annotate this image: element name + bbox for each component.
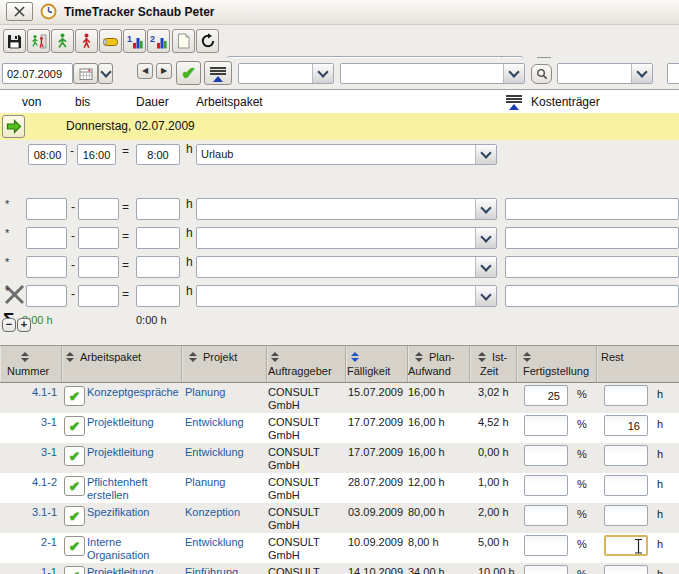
col-header-auftraggeber[interactable]: Auftraggeber: [267, 346, 346, 382]
arbeitspaket-combobox-new[interactable]: [196, 198, 497, 220]
rest-input[interactable]: [604, 475, 648, 496]
dropdown-button[interactable]: [312, 64, 333, 83]
calendar-button[interactable]: [73, 63, 98, 84]
fertigstellung-input[interactable]: [524, 385, 568, 406]
sort-icon[interactable]: [21, 352, 30, 362]
refresh-button[interactable]: [196, 29, 219, 53]
report-1-button[interactable]: 1: [123, 29, 146, 53]
dauer-input-new[interactable]: [136, 256, 180, 278]
bis-input-new[interactable]: [78, 227, 119, 249]
dropdown-button[interactable]: [475, 257, 496, 277]
bis-input-new[interactable]: [78, 256, 119, 278]
fertigstellung-input[interactable]: [524, 445, 568, 466]
von-input-new[interactable]: [26, 285, 67, 307]
project-combobox[interactable]: [340, 63, 525, 84]
kostentraeger-input-new[interactable]: [505, 285, 679, 307]
arbeitspaket-combobox-new[interactable]: [196, 256, 497, 278]
von-input-new[interactable]: [26, 198, 67, 220]
fertigstellung-input[interactable]: [524, 535, 568, 556]
bis-input-new[interactable]: [78, 285, 119, 307]
dropdown-button[interactable]: [631, 64, 652, 83]
done-check-button[interactable]: ✔: [64, 416, 85, 436]
stop-button[interactable]: [75, 29, 98, 53]
dropdown-button[interactable]: [475, 199, 496, 219]
fertigstellung-input[interactable]: [524, 565, 568, 574]
done-check-button[interactable]: ✔: [64, 506, 85, 526]
von-input[interactable]: [28, 144, 67, 165]
next-day-button[interactable]: ▶: [156, 63, 172, 79]
col-header-faelligkeit[interactable]: Fälligkeit: [346, 346, 408, 382]
save-button[interactable]: [3, 29, 26, 53]
col-header-projekt[interactable]: Projekt: [182, 346, 267, 382]
kostentraeger-input-new[interactable]: [505, 256, 679, 278]
dropdown-button[interactable]: [503, 64, 524, 83]
sort-icon[interactable]: [66, 352, 75, 362]
col-header-nummer[interactable]: Nummer: [0, 346, 62, 382]
dropdown-button[interactable]: [475, 145, 496, 164]
rest-input[interactable]: [604, 565, 648, 574]
rest-input-focused[interactable]: [604, 535, 648, 556]
von-input-new[interactable]: [26, 227, 67, 249]
close-button[interactable]: [6, 2, 33, 21]
col-header-plan-aufwand[interactable]: Plan- Aufwand: [408, 346, 470, 382]
col-header-ist-zeit[interactable]: Ist- Zeit: [470, 346, 517, 382]
dropdown-button[interactable]: [475, 228, 496, 248]
arbeitspaket-combobox-new[interactable]: [196, 227, 497, 249]
date-dropdown-button[interactable]: [98, 63, 113, 84]
sort-icon[interactable]: [415, 352, 424, 362]
rest-input[interactable]: [604, 505, 648, 526]
rest-input[interactable]: [604, 385, 648, 406]
sort-icon[interactable]: [271, 352, 280, 362]
clock-in-out-button[interactable]: [27, 29, 50, 53]
cell-plan-aufwand: 16,00 h: [408, 383, 470, 413]
fertigstellung-input[interactable]: [524, 505, 568, 526]
kostentraeger-sort-icon[interactable]: [506, 94, 523, 109]
remove-row-button[interactable]: −: [2, 318, 16, 332]
edge-field[interactable]: [667, 63, 679, 84]
bis-input[interactable]: [77, 144, 116, 165]
arbeitspaket-combobox-new[interactable]: [196, 285, 497, 307]
marker-button[interactable]: [99, 29, 122, 53]
sort-icon[interactable]: [523, 352, 532, 362]
kostentraeger-input-new[interactable]: [505, 227, 679, 249]
start-button[interactable]: [51, 29, 74, 53]
rest-input[interactable]: [604, 445, 648, 466]
report-2-button[interactable]: 2: [147, 29, 170, 53]
add-row-button[interactable]: +: [17, 318, 31, 332]
hour-unit: h: [186, 255, 193, 269]
col-header-fertigstellung[interactable]: Fertigstellung: [517, 346, 597, 382]
cell-ist-zeit: 1,00 h: [470, 473, 517, 503]
search-button[interactable]: [531, 64, 552, 84]
fertigstellung-input[interactable]: [524, 475, 568, 496]
done-check-button[interactable]: ✔: [64, 386, 85, 406]
dropdown-button[interactable]: [475, 286, 496, 306]
kostentraeger-input-new[interactable]: [505, 198, 679, 220]
sort-icon[interactable]: [478, 352, 487, 362]
done-check-button[interactable]: ✔: [64, 476, 85, 496]
dauer-input-new[interactable]: [136, 285, 180, 307]
dauer-input-new[interactable]: [136, 227, 180, 249]
previous-day-button[interactable]: ◀: [137, 63, 153, 79]
label-arbeitspaket: Arbeitspaket: [196, 90, 263, 114]
dauer-input[interactable]: [136, 144, 180, 165]
done-check-button[interactable]: ✔: [64, 566, 85, 574]
filter-combobox[interactable]: [238, 63, 334, 84]
confirm-button[interactable]: ✔: [176, 61, 201, 85]
col-header-arbeitspaket[interactable]: Arbeitspaket: [62, 346, 182, 382]
sort-icon-active[interactable]: [351, 352, 360, 362]
done-check-button[interactable]: ✔: [64, 446, 85, 466]
von-input-new[interactable]: [26, 256, 67, 278]
bis-input-new[interactable]: [78, 198, 119, 220]
go-to-day-button[interactable]: [2, 115, 25, 138]
date-input[interactable]: [2, 63, 73, 84]
col-header-rest[interactable]: Rest: [597, 346, 679, 382]
costcenter-combobox[interactable]: [557, 63, 653, 84]
done-check-button[interactable]: ✔: [64, 536, 85, 556]
list-view-button[interactable]: [204, 61, 232, 85]
dauer-input-new[interactable]: [136, 198, 180, 220]
new-document-button[interactable]: [172, 29, 195, 53]
arbeitspaket-combobox[interactable]: Urlaub: [196, 144, 497, 165]
sort-icon[interactable]: [189, 352, 198, 362]
rest-input[interactable]: [604, 415, 648, 436]
fertigstellung-input[interactable]: [524, 415, 568, 436]
